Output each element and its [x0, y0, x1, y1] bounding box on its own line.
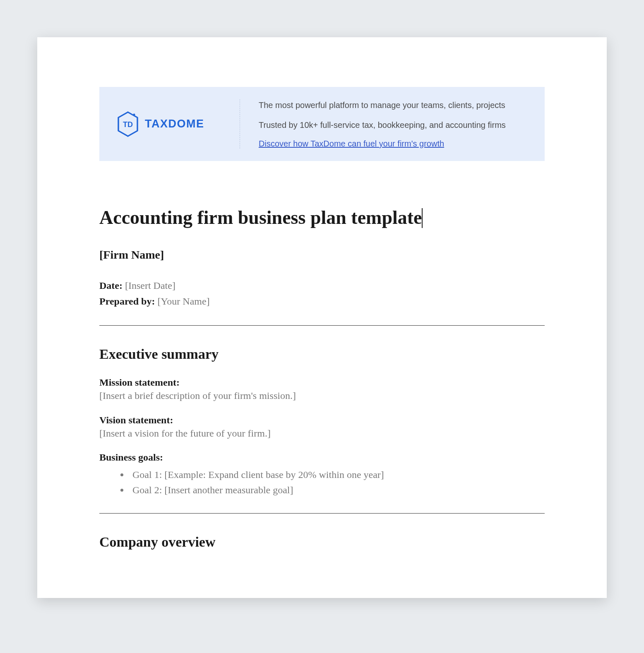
mission-label: Mission statement: — [99, 377, 545, 388]
banner-tagline-1: The most powerful platform to manage you… — [259, 99, 528, 111]
date-label: Date: — [99, 280, 123, 291]
section-divider — [99, 513, 545, 514]
section-divider — [99, 325, 545, 326]
company-overview-heading: Company overview — [99, 534, 545, 550]
svg-text:TD: TD — [123, 120, 133, 129]
logo-hexagon-icon: TD — [116, 110, 140, 138]
banner-cta-link[interactable]: Discover how TaxDome can fuel your firm'… — [259, 139, 528, 149]
mission-value: [Insert a brief description of your firm… — [99, 389, 545, 403]
firm-name-placeholder: [Firm Name] — [99, 248, 545, 262]
goal-item: Goal 1: [Example: Expand client base by … — [129, 467, 545, 483]
vision-value: [Insert a vision for the future of your … — [99, 427, 545, 441]
goals-label: Business goals: — [99, 452, 545, 463]
banner-tagline-2: Trusted by 10k+ full-service tax, bookke… — [259, 119, 528, 131]
date-row: Date: [Insert Date] — [99, 278, 545, 293]
svg-point-0 — [133, 113, 135, 115]
document-page: TD TAXDOME The most powerful platform to… — [37, 37, 607, 598]
banner-logo-area: TD TAXDOME — [116, 99, 240, 149]
prepared-by-value: [Your Name] — [157, 296, 209, 307]
logo-brand-text: TAXDOME — [145, 118, 204, 130]
goals-list: Goal 1: [Example: Expand client base by … — [99, 467, 545, 498]
executive-summary-heading: Executive summary — [99, 346, 545, 362]
prepared-by-row: Prepared by: [Your Name] — [99, 294, 545, 309]
business-goals-block: Business goals: Goal 1: [Example: Expand… — [99, 452, 545, 498]
prepared-by-label: Prepared by: — [99, 296, 155, 307]
banner-text-area: The most powerful platform to manage you… — [240, 99, 528, 149]
vision-label: Vision statement: — [99, 415, 545, 426]
taxdome-logo: TD TAXDOME — [116, 110, 204, 138]
document-title[interactable]: Accounting firm business plan template — [99, 206, 422, 228]
date-value: [Insert Date] — [125, 280, 175, 291]
vision-statement-block: Vision statement: [Insert a vision for t… — [99, 415, 545, 441]
goal-item: Goal 2: [Insert another measurable goal] — [129, 483, 545, 498]
promo-banner: TD TAXDOME The most powerful platform to… — [99, 87, 545, 161]
mission-statement-block: Mission statement: [Insert a brief descr… — [99, 377, 545, 403]
document-meta: Date: [Insert Date] Prepared by: [Your N… — [99, 278, 545, 309]
